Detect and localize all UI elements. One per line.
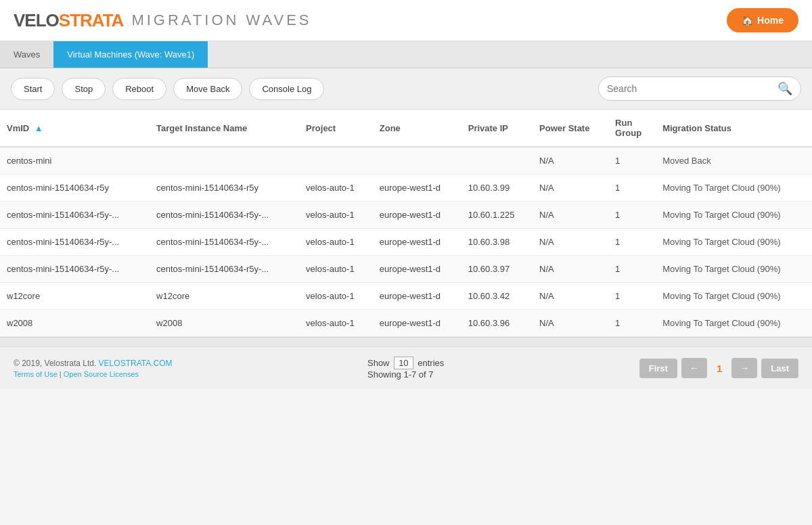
cell-run-group: 1 — [608, 175, 656, 202]
table-row[interactable]: w12core w12core velos-auto-1 europe-west… — [0, 283, 812, 310]
cell-zone: europe-west1-d — [373, 202, 461, 229]
table-row[interactable]: centos-mini-15140634-r5y centos-mini-151… — [0, 175, 812, 202]
cell-vmid: centos-mini-15140634-r5y — [0, 175, 150, 202]
table-row[interactable]: centos-mini-15140634-r5y-... centos-mini… — [0, 229, 812, 256]
col-private-ip: Private IP — [461, 110, 533, 147]
cell-migration-status: Moving To Target Cloud (90%) — [656, 202, 812, 229]
tab-vms[interactable]: Virtual Machines (Wave: Wave1) — [53, 41, 208, 68]
prev-page-button[interactable]: ← — [681, 358, 707, 378]
last-page-button[interactable]: Last — [761, 359, 798, 378]
cell-project — [299, 147, 373, 175]
search-input[interactable] — [607, 83, 777, 94]
cell-target-instance: w2008 — [150, 310, 299, 337]
scrollbar-area[interactable] — [0, 337, 812, 346]
table-row[interactable]: centos-mini-15140634-r5y-... centos-mini… — [0, 256, 812, 283]
cell-target-instance: centos-mini-15140634-r5y-... — [150, 256, 299, 283]
cell-migration-status: Moving To Target Cloud (90%) — [656, 256, 812, 283]
show-entries: Show 10 entries — [367, 357, 444, 369]
cell-project: velos-auto-1 — [299, 310, 373, 337]
oss-link[interactable]: Open Source Licenses — [64, 370, 139, 378]
copyright-text: © 2019, Velostrata Ltd. VELOSTRATA.COM — [14, 359, 173, 368]
cell-power-state: N/A — [533, 202, 608, 229]
cell-run-group: 1 — [608, 202, 656, 229]
cell-vmid: centos-mini — [0, 147, 150, 175]
table-container: VmID ▲ Target Instance Name Project Zone… — [0, 110, 812, 337]
cell-run-group: 1 — [608, 229, 656, 256]
cell-power-state: N/A — [533, 310, 608, 337]
website-link[interactable]: VELOSTRATA.COM — [99, 359, 173, 368]
entries-count: 10 — [394, 357, 413, 369]
cell-migration-status: Moving To Target Cloud (90%) — [656, 283, 812, 310]
cell-private-ip — [461, 147, 533, 175]
cell-run-group: 1 — [608, 283, 656, 310]
cell-project: velos-auto-1 — [299, 202, 373, 229]
search-container: 🔍 — [598, 76, 801, 101]
table-row[interactable]: centos-mini-15140634-r5y-... centos-mini… — [0, 202, 812, 229]
cell-run-group: 1 — [608, 147, 656, 175]
app-title: MIGRATION WAVES — [131, 12, 311, 29]
footer-left: © 2019, Velostrata Ltd. VELOSTRATA.COM T… — [14, 359, 173, 378]
cell-migration-status: Moving To Target Cloud (90%) — [656, 310, 812, 337]
cell-vmid: w2008 — [0, 310, 150, 337]
cell-power-state: N/A — [533, 256, 608, 283]
cell-zone: europe-west1-d — [373, 310, 461, 337]
logo-strata: STRATA — [59, 10, 124, 31]
col-target-instance: Target Instance Name — [150, 110, 299, 147]
console-log-button[interactable]: Console Log — [249, 78, 324, 100]
cell-vmid: centos-mini-15140634-r5y-... — [0, 229, 150, 256]
logo: VELOSTRATA MIGRATION WAVES — [14, 10, 312, 31]
cell-power-state: N/A — [533, 229, 608, 256]
col-zone: Zone — [373, 110, 461, 147]
tab-waves[interactable]: Waves — [0, 41, 53, 68]
cell-run-group: 1 — [608, 256, 656, 283]
cell-power-state: N/A — [533, 283, 608, 310]
toolbar: Start Stop Reboot Move Back Console Log … — [0, 68, 812, 110]
footer: © 2019, Velostrata Ltd. VELOSTRATA.COM T… — [0, 346, 812, 389]
home-button[interactable]: 🏠 Home — [727, 8, 798, 32]
terms-link[interactable]: Terms of Use — [14, 370, 58, 378]
sort-icon: ▲ — [35, 123, 43, 133]
cell-zone: europe-west1-d — [373, 175, 461, 202]
cell-vmid: centos-mini-15140634-r5y-... — [0, 202, 150, 229]
header: VELOSTRATA MIGRATION WAVES 🏠 Home — [0, 0, 812, 41]
cell-target-instance: centos-mini-15140634-r5y-... — [150, 202, 299, 229]
table-row[interactable]: w2008 w2008 velos-auto-1 europe-west1-d … — [0, 310, 812, 337]
col-run-group: RunGroup — [608, 110, 656, 147]
current-page: 1 — [711, 363, 727, 374]
cell-migration-status: Moved Back — [656, 147, 812, 175]
cell-migration-status: Moving To Target Cloud (90%) — [656, 175, 812, 202]
table-header-row: VmID ▲ Target Instance Name Project Zone… — [0, 110, 812, 147]
cell-target-instance: w12core — [150, 283, 299, 310]
showing-text: Showing 1-7 of 7 — [367, 369, 444, 380]
home-label: Home — [757, 15, 784, 26]
cell-migration-status: Moving To Target Cloud (90%) — [656, 229, 812, 256]
cell-private-ip: 10.60.1.225 — [461, 202, 533, 229]
cell-project: velos-auto-1 — [299, 283, 373, 310]
start-button[interactable]: Start — [11, 78, 55, 100]
cell-private-ip: 10.60.3.99 — [461, 175, 533, 202]
cell-power-state: N/A — [533, 175, 608, 202]
cell-vmid: centos-mini-15140634-r5y-... — [0, 256, 150, 283]
cell-zone — [373, 147, 461, 175]
cell-zone: europe-west1-d — [373, 256, 461, 283]
move-back-button[interactable]: Move Back — [173, 78, 242, 100]
cell-target-instance: centos-mini-15140634-r5y-... — [150, 229, 299, 256]
cell-vmid: w12core — [0, 283, 150, 310]
first-page-button[interactable]: First — [639, 359, 677, 378]
col-power-state: Power State — [533, 110, 608, 147]
table-row[interactable]: centos-mini N/A 1 Moved Back — [0, 147, 812, 175]
next-page-button[interactable]: → — [731, 358, 757, 378]
cell-target-instance — [150, 147, 299, 175]
cell-private-ip: 10.60.3.97 — [461, 256, 533, 283]
cell-private-ip: 10.60.3.96 — [461, 310, 533, 337]
stop-button[interactable]: Stop — [62, 78, 106, 100]
cell-project: velos-auto-1 — [299, 229, 373, 256]
home-icon: 🏠 — [742, 15, 753, 26]
reboot-button[interactable]: Reboot — [112, 78, 166, 100]
tabs: Waves Virtual Machines (Wave: Wave1) — [0, 41, 812, 68]
col-project: Project — [299, 110, 373, 147]
search-icon: 🔍 — [777, 81, 792, 96]
cell-project: velos-auto-1 — [299, 256, 373, 283]
pagination: First ← 1 → Last — [639, 358, 798, 378]
col-vmid[interactable]: VmID ▲ — [0, 110, 150, 147]
